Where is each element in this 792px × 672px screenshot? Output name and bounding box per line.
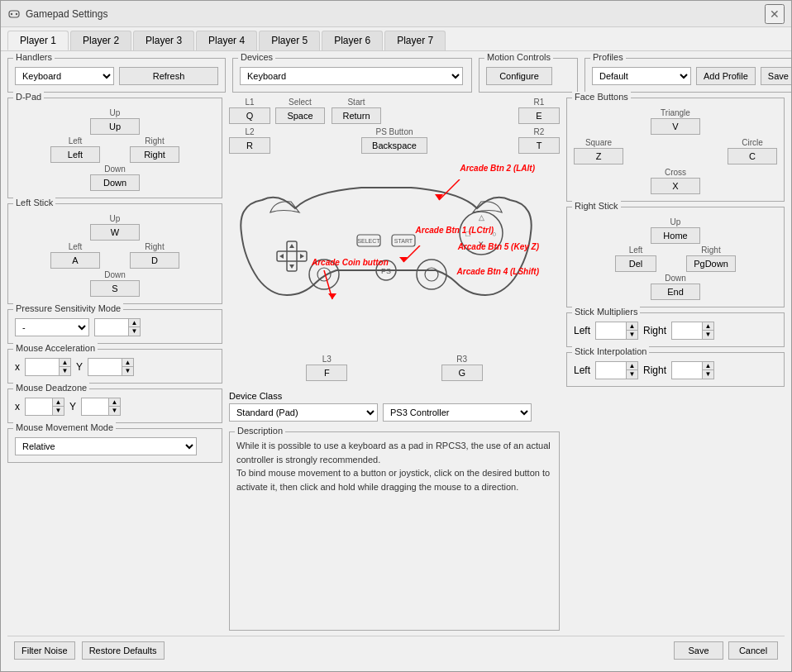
save-profile-button[interactable]: Save Profile bbox=[761, 67, 791, 85]
mouse-dz-y-down[interactable]: ▼ bbox=[108, 407, 120, 415]
square-label: Square bbox=[585, 138, 612, 147]
mouse-movement-select[interactable]: Relative Absolute bbox=[15, 437, 197, 455]
si-right-down[interactable]: ▼ bbox=[702, 370, 713, 379]
sm-left-down[interactable]: ▼ bbox=[626, 331, 637, 339]
mouse-dz-x-down[interactable]: ▼ bbox=[52, 407, 64, 415]
si-left-down[interactable]: ▼ bbox=[626, 370, 637, 379]
mouse-accel-y-down[interactable]: ▼ bbox=[122, 367, 133, 375]
mouse-dz-x-spinbox: 60 ▲ ▼ bbox=[25, 398, 64, 416]
si-left-up[interactable]: ▲ bbox=[626, 362, 637, 370]
tab-player1[interactable]: Player 1 bbox=[7, 31, 69, 50]
rs-right-button[interactable]: PgDown bbox=[686, 255, 736, 272]
select-label: Select bbox=[289, 98, 312, 107]
circle-label: Circle bbox=[742, 138, 763, 147]
mouse-dz-y-up[interactable]: ▲ bbox=[108, 398, 120, 407]
ls-down-button[interactable]: S bbox=[90, 280, 140, 297]
dpad-right-button[interactable]: Right bbox=[130, 146, 179, 163]
circle-button[interactable]: C bbox=[728, 148, 777, 164]
top-row: Handlers Keyboard Refresh Devices Keyboa… bbox=[7, 58, 785, 93]
pressure-value[interactable]: 50% bbox=[95, 319, 128, 336]
description-text3: To bind mouse movement to a button or jo… bbox=[236, 466, 552, 480]
l2-button[interactable]: R bbox=[229, 137, 270, 154]
add-profile-button[interactable]: Add Profile bbox=[696, 67, 756, 85]
pressure-up-arrow[interactable]: ▲ bbox=[128, 319, 140, 327]
configure-button[interactable]: Configure bbox=[486, 67, 552, 85]
ps-button[interactable]: Backspace bbox=[361, 137, 427, 154]
sm-left-label: Left bbox=[574, 325, 590, 336]
rs-up-label: Up bbox=[670, 217, 681, 226]
sm-right-down[interactable]: ▼ bbox=[702, 331, 713, 339]
pressure-down-arrow[interactable]: ▼ bbox=[128, 327, 140, 336]
tab-player4[interactable]: Player 4 bbox=[196, 31, 257, 50]
mouse-accel-y-input[interactable]: 2.50 bbox=[88, 359, 122, 375]
rs-down-button[interactable]: End bbox=[651, 284, 700, 300]
refresh-button[interactable]: Refresh bbox=[119, 67, 218, 85]
mouse-deadzone-group: Mouse Deadzone x 60 ▲ ▼ Y 60 bbox=[7, 388, 222, 423]
mouse-dz-x-input[interactable]: 60 bbox=[26, 398, 52, 415]
ls-left-button[interactable]: A bbox=[50, 252, 100, 269]
r1-button[interactable]: E bbox=[518, 107, 560, 124]
filter-noise-button[interactable]: Filter Noise bbox=[14, 641, 75, 660]
ls-up-button[interactable]: W bbox=[90, 224, 140, 241]
device-class-section: Device Class Standard (Pad) Guitar DJ Dr… bbox=[229, 391, 560, 422]
tab-player7[interactable]: Player 7 bbox=[384, 31, 446, 50]
select-button[interactable]: Space bbox=[275, 107, 325, 124]
sm-left-input[interactable]: 1.00 bbox=[596, 322, 626, 339]
si-left-label: Left bbox=[574, 365, 590, 376]
close-button[interactable]: ✕ bbox=[765, 4, 785, 24]
mouse-accel-x-up[interactable]: ▲ bbox=[59, 359, 70, 367]
cancel-button[interactable]: Cancel bbox=[728, 641, 778, 660]
dpad-title: D-Pad bbox=[13, 92, 44, 102]
description-title: Description bbox=[235, 426, 285, 436]
controller-area: SELECT START △ ✕ □ ○ PS bbox=[229, 159, 560, 346]
sm-left-up[interactable]: ▲ bbox=[626, 322, 637, 331]
si-right-up[interactable]: ▲ bbox=[702, 362, 713, 370]
tab-player5[interactable]: Player 5 bbox=[259, 31, 320, 50]
l3-button[interactable]: F bbox=[306, 365, 347, 381]
rs-up-button[interactable]: Home bbox=[651, 227, 700, 244]
mouse-dz-x-up[interactable]: ▲ bbox=[52, 398, 64, 407]
face-buttons-group: Face Buttons Triangle V Square Z bbox=[566, 98, 785, 202]
start-button[interactable]: Return bbox=[332, 107, 381, 124]
device-type-select[interactable]: PS3 Controller PS4 Controller bbox=[383, 403, 532, 422]
dpad-left-button[interactable]: Left bbox=[50, 146, 100, 163]
profiles-select[interactable]: Default bbox=[592, 67, 691, 85]
pressure-mode-select[interactable]: - bbox=[15, 318, 89, 336]
sm-right-up[interactable]: ▲ bbox=[702, 322, 713, 331]
svg-point-10 bbox=[317, 268, 331, 281]
svg-point-9 bbox=[309, 260, 339, 289]
mouse-accel-y-up[interactable]: ▲ bbox=[122, 359, 133, 367]
mouse-accel-x-input[interactable]: 2.00 bbox=[26, 359, 59, 375]
cross-button[interactable]: X bbox=[651, 178, 700, 194]
save-button[interactable]: Save bbox=[674, 641, 723, 660]
gamepad-icon bbox=[7, 7, 21, 21]
motion-controls-group: Motion Controls Configure bbox=[479, 58, 578, 93]
tab-player3[interactable]: Player 3 bbox=[133, 31, 194, 50]
mouse-accel-y-spinbox: 2.50 ▲ ▼ bbox=[88, 358, 134, 376]
sm-right-input[interactable]: 1.00 bbox=[672, 322, 702, 339]
restore-defaults-button[interactable]: Restore Defaults bbox=[82, 641, 165, 660]
dpad-down-button[interactable]: Down bbox=[90, 174, 140, 191]
triangle-label: Triangle bbox=[661, 108, 690, 117]
device-class-select[interactable]: Standard (Pad) Guitar DJ Drums bbox=[229, 403, 378, 422]
mouse-accel-x-down[interactable]: ▼ bbox=[59, 367, 70, 375]
rs-left-button[interactable]: Del bbox=[615, 255, 656, 272]
mouse-dz-y-input[interactable]: 60 bbox=[82, 398, 108, 415]
center-buttons-group: Select Space Start Return PS Button Back… bbox=[275, 98, 513, 154]
triangle-button[interactable]: V bbox=[651, 118, 700, 135]
tab-player2[interactable]: Player 2 bbox=[70, 31, 131, 50]
si-right-input[interactable]: 1.00 bbox=[672, 362, 702, 379]
ls-right-label: Right bbox=[145, 242, 164, 251]
square-button[interactable]: Z bbox=[574, 148, 623, 164]
handlers-select[interactable]: Keyboard bbox=[15, 67, 114, 85]
ls-right-button[interactable]: D bbox=[130, 252, 179, 269]
devices-select[interactable]: Keyboard bbox=[240, 67, 463, 85]
r3-button[interactable]: G bbox=[441, 365, 483, 381]
si-left-input[interactable]: 1.00 bbox=[596, 362, 626, 379]
svg-point-2 bbox=[16, 12, 17, 14]
gamepad-settings-window: Gamepad Settings ✕ Player 1 Player 2 Pla… bbox=[0, 0, 792, 672]
dpad-up-button[interactable]: Up bbox=[90, 118, 140, 135]
tab-player6[interactable]: Player 6 bbox=[322, 31, 383, 50]
r2-button[interactable]: T bbox=[518, 137, 560, 154]
l1-button[interactable]: Q bbox=[229, 107, 270, 124]
